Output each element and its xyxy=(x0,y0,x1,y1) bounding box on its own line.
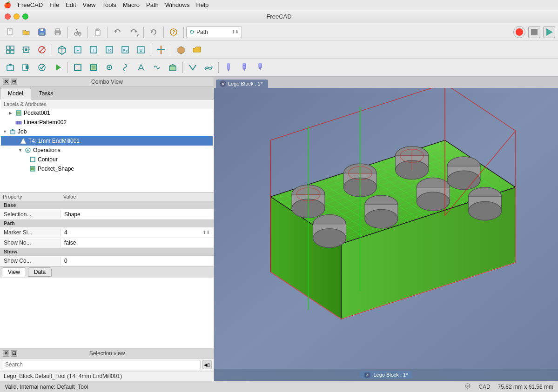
paste-button[interactable] xyxy=(90,25,105,39)
3d-pocket-button[interactable] xyxy=(165,60,180,74)
tab-data[interactable]: Data xyxy=(28,267,52,277)
viewport-tab[interactable]: × Lego Block : 1* xyxy=(216,80,268,88)
toolbit-button2[interactable] xyxy=(237,60,252,74)
close-panel-button[interactable]: ✕ xyxy=(3,79,9,85)
deburr-button[interactable] xyxy=(149,60,164,74)
drill-button[interactable] xyxy=(102,60,117,74)
run-button[interactable] xyxy=(543,26,555,38)
top-view-button[interactable]: T xyxy=(86,43,101,57)
tab-tasks[interactable]: Tasks xyxy=(31,88,61,99)
prop-val-show-count[interactable]: 0 xyxy=(61,257,214,265)
svg-rect-68 xyxy=(17,112,20,114)
prop-val-marker-size[interactable]: 4 ⬆⬇ xyxy=(61,228,214,237)
contour-button[interactable] xyxy=(70,60,85,74)
toolbar-separator-2 xyxy=(87,27,88,38)
search-expand-button[interactable]: ◀1 xyxy=(202,360,212,369)
fit-all-button[interactable] xyxy=(3,43,18,57)
save-button[interactable] xyxy=(34,25,49,39)
tree-item-job[interactable]: Job xyxy=(1,127,213,136)
rear-view-button[interactable]: Re xyxy=(118,43,133,57)
tree-item-contour[interactable]: Contour xyxy=(1,155,213,164)
simulator-button[interactable] xyxy=(50,60,65,74)
maximize-button[interactable] xyxy=(22,13,28,20)
tree-item-t4[interactable]: T4: 1mm EndMill001 xyxy=(1,136,213,146)
svg-rect-80 xyxy=(31,167,34,170)
close-button[interactable] xyxy=(5,13,11,20)
svg-rect-4 xyxy=(40,29,43,31)
prop-val-selection[interactable]: Shape xyxy=(61,210,214,219)
new-button[interactable] xyxy=(3,25,18,39)
apple-menu[interactable]: 🍎 xyxy=(4,1,11,8)
tree-item-pocket001[interactable]: Pocket001 xyxy=(1,108,213,118)
no-selection-button[interactable] xyxy=(34,43,49,57)
contour-label: Contour xyxy=(38,156,58,163)
viewport-tab-close[interactable]: × xyxy=(220,80,226,87)
record-button[interactable] xyxy=(513,26,525,38)
workbench-dropdown[interactable]: ⚙ Path ⬆⬇ xyxy=(186,26,242,38)
menu-file[interactable]: File xyxy=(49,1,59,8)
marker-size-spinner[interactable]: ⬆⬇ xyxy=(202,230,210,235)
pocket-button[interactable] xyxy=(86,60,101,74)
svg-marker-18 xyxy=(151,31,153,33)
engrave-button[interactable] xyxy=(134,60,148,74)
prop-name-marker-size: Marker Si... xyxy=(0,228,61,237)
bottom-view-button[interactable]: B xyxy=(134,43,148,57)
svg-text:R: R xyxy=(108,48,111,53)
iso-view-button[interactable] xyxy=(54,43,69,57)
part-button[interactable] xyxy=(174,43,188,57)
check-button[interactable] xyxy=(34,60,49,74)
tree-item-linearpattern002[interactable]: LinearPattern002 xyxy=(1,118,213,127)
menu-macro[interactable]: Macro xyxy=(123,1,140,8)
job-button[interactable] xyxy=(3,60,18,74)
helix-button[interactable] xyxy=(118,60,133,74)
search-input[interactable] xyxy=(2,360,201,369)
toolbar-separator-5 xyxy=(163,27,164,38)
viewport-bottom-bar: × Lego Block : 1* xyxy=(214,369,558,381)
lego-block-tab[interactable]: × Lego Block : 1* xyxy=(360,371,413,379)
menu-path[interactable]: Path xyxy=(146,1,159,8)
prop-val-show-nodes[interactable]: false xyxy=(61,239,214,247)
lego-3d-render: X Y Z xyxy=(214,88,558,381)
search-bar: ◀1 xyxy=(0,359,214,371)
help-button[interactable]: ? xyxy=(166,25,181,39)
axis-cross-button[interactable] xyxy=(154,43,168,57)
menu-freecad[interactable]: FreeCAD xyxy=(18,1,43,8)
menu-windows[interactable]: Windows xyxy=(165,1,190,8)
toolbar-separator-3 xyxy=(108,27,108,38)
tab-model[interactable]: Model xyxy=(0,88,31,100)
stop-button[interactable] xyxy=(528,26,540,38)
float-panel-button[interactable]: ⊟ xyxy=(11,79,17,85)
fit-selection-button[interactable] xyxy=(19,43,34,57)
menu-help[interactable]: Help xyxy=(196,1,208,8)
right-view-button[interactable]: R xyxy=(102,43,117,57)
menu-tools[interactable]: Tools xyxy=(102,1,116,8)
menu-view[interactable]: View xyxy=(83,1,96,8)
float-selection-button[interactable]: ⊟ xyxy=(11,350,17,357)
open-button[interactable] xyxy=(19,25,34,39)
menu-edit[interactable]: Edit xyxy=(66,1,76,8)
minimize-button[interactable] xyxy=(13,13,20,20)
post-process-button[interactable] xyxy=(19,60,34,74)
path-sep-1 xyxy=(67,62,68,73)
vcarve-button[interactable] xyxy=(185,60,200,74)
toolbit-button1[interactable] xyxy=(221,60,236,74)
redo-button[interactable]: ▼ xyxy=(126,25,141,39)
tab-view[interactable]: View xyxy=(2,267,26,277)
svg-rect-5 xyxy=(40,33,44,35)
close-tab-icon[interactable]: × xyxy=(364,372,371,378)
pocket-shape-label: Pocket_Shape xyxy=(38,166,74,172)
cut-button[interactable] xyxy=(70,25,85,39)
prop-row-marker-size: Marker Si... 4 ⬆⬇ xyxy=(0,227,214,238)
print-button[interactable] xyxy=(50,25,65,39)
3dsurface-button[interactable] xyxy=(201,60,216,74)
toolbit-button3[interactable] xyxy=(253,60,268,74)
folder-button[interactable] xyxy=(189,43,204,57)
undo-button[interactable] xyxy=(110,25,125,39)
front-view-button[interactable]: F xyxy=(70,43,85,57)
path-sep-3 xyxy=(218,62,219,73)
3d-viewport[interactable]: × Lego Block : 1* xyxy=(214,77,558,381)
tree-item-operations[interactable]: Operations xyxy=(1,146,213,155)
refresh-button[interactable] xyxy=(146,25,161,39)
close-selection-button[interactable]: ✕ xyxy=(3,350,9,357)
tree-item-pocket-shape[interactable]: Pocket_Shape xyxy=(1,164,213,173)
